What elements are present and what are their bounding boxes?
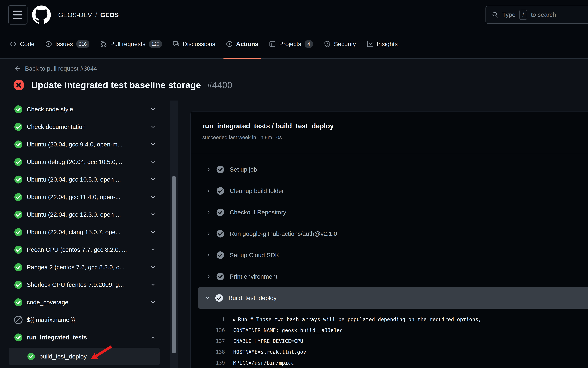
tab-projects[interactable]: Projects 4 (264, 30, 318, 58)
check-circle-fill-icon (14, 193, 23, 202)
tab-issues[interactable]: Issues 216 (40, 30, 95, 58)
step-set-up-cloud-sdk[interactable]: Set up Cloud SDK (191, 244, 588, 266)
tab-security[interactable]: Security (319, 30, 361, 58)
job-item-ubuntu-2204-gcc1140[interactable]: Ubuntu (22.04, gcc 11.4.0, open-... (9, 188, 160, 206)
job-item-check-code-style[interactable]: Check code style (9, 101, 160, 118)
log-line: 1 ▶Run # Those two bash arrays will be p… (191, 314, 588, 325)
check-circle-fill-icon (216, 272, 225, 281)
job-item-matrix-name-skipped[interactable]: ${{ matrix.name }} (9, 311, 160, 329)
search-input[interactable]: Type / to search (485, 6, 588, 24)
chevron-right-icon[interactable] (206, 274, 212, 280)
check-circle-fill-icon (14, 333, 23, 342)
github-logo-icon[interactable] (32, 6, 51, 24)
tab-label: Pull requests (110, 41, 145, 47)
tab-pull-requests[interactable]: Pull requests 120 (95, 30, 167, 58)
check-circle-fill-icon (215, 294, 223, 302)
job-item-ubuntu-debug-2004-gcc1050[interactable]: Ubuntu debug (20.04, gcc 10.5.0,... (9, 153, 160, 171)
job-item-ubuntu-2204-gcc1230[interactable]: Ubuntu (22.04, gcc 12.3.0, open-... (9, 206, 160, 223)
job-label: ${{ matrix.name }} (27, 316, 75, 323)
chevron-up-icon[interactable] (150, 334, 156, 341)
x-circle-fill-failure-icon (13, 79, 25, 91)
log-line-number[interactable]: 1 (191, 316, 225, 322)
sidebar-scrollbar-track[interactable] (170, 101, 178, 368)
log-line-number[interactable]: 138 (191, 349, 225, 355)
log-line: 137 ENABLE_HYPRE_DEVICE=CPU (191, 336, 588, 346)
chevron-down-icon[interactable] (150, 159, 156, 165)
check-circle-fill-icon (14, 298, 23, 307)
graph-icon (367, 41, 374, 47)
step-label: Checkout Repository (230, 209, 286, 216)
chevron-right-icon[interactable] (206, 188, 212, 194)
log-line-text: ▶Run # Those two bash arrays will be pop… (233, 316, 481, 322)
breadcrumb-repo-link[interactable]: GEOS (100, 11, 119, 18)
tab-actions[interactable]: Actions (221, 30, 264, 58)
step-label: Print environment (230, 273, 277, 280)
job-log-header: run_integrated_tests / build_test_deploy… (191, 112, 588, 154)
step-print-environment[interactable]: Print environment (191, 266, 588, 287)
chevron-down-icon[interactable] (150, 299, 156, 305)
job-label: Pangea 2 (centos 7.6, gcc 8.3.0, o... (27, 264, 125, 271)
step-cleanup-build-folder[interactable]: Cleanup build folder (191, 180, 588, 202)
step-build-test-deploy-expanded[interactable]: Build, test, deploy. (198, 287, 588, 309)
chevron-right-icon[interactable] (206, 166, 212, 173)
job-item-ubuntu-2204-clang1507[interactable]: Ubuntu (22.04, clang 15.0.7, ope... (9, 223, 160, 241)
chevron-down-icon[interactable] (150, 281, 156, 288)
log-line-text: ENABLE_HYPRE_DEVICE=CPU (233, 338, 303, 344)
step-run-google-github-actions-auth[interactable]: Run google-github-actions/auth@v2.1.0 (191, 223, 588, 244)
step-label: Build, test, deploy. (229, 294, 278, 302)
job-label: run_integrated_tests (27, 334, 87, 341)
job-item-ubuntu-2004-gcc940[interactable]: Ubuntu (20.04, gcc 9.4.0, open-m... (9, 136, 160, 153)
log-line-number[interactable]: 136 (191, 327, 225, 333)
check-circle-fill-icon (14, 105, 23, 114)
tab-discussions[interactable]: Discussions (167, 30, 221, 58)
arrow-left-icon (14, 65, 21, 72)
hamburger-menu-button[interactable] (8, 5, 27, 25)
top-nav: GEOS-DEV / GEOS Type / to search (0, 0, 588, 30)
check-circle-fill-icon (14, 210, 23, 219)
job-item-code-coverage[interactable]: code_coverage (9, 294, 160, 311)
chevron-right-icon[interactable] (206, 209, 212, 215)
chevron-down-icon[interactable] (150, 106, 156, 112)
tab-code[interactable]: Code (4, 30, 40, 58)
job-log-panel: run_integrated_tests / build_test_deploy… (190, 111, 588, 368)
job-item-ubuntu-2004-gcc1050[interactable]: Ubuntu (20.04, gcc 10.5.0, open-... (9, 171, 160, 188)
workflow-run-title: Update integrated test baseline storage (31, 80, 201, 90)
tab-insights[interactable]: Insights (361, 30, 403, 58)
job-item-check-documentation[interactable]: Check documentation (9, 118, 160, 136)
chevron-down-icon[interactable] (150, 211, 156, 218)
step-set-up-job[interactable]: Set up job (191, 159, 588, 180)
expand-group-triangle-icon[interactable]: ▶ (233, 317, 236, 322)
job-item-run-integrated-tests[interactable]: run_integrated_tests (9, 329, 160, 346)
log-output: 1 ▶Run # Those two bash arrays will be p… (191, 314, 588, 368)
chevron-down-icon[interactable] (150, 194, 156, 200)
chevron-down-icon[interactable] (150, 229, 156, 235)
back-to-pull-request-link[interactable]: Back to pull request #3044 (14, 65, 97, 72)
job-label: Ubuntu (20.04, gcc 9.4.0, open-m... (27, 141, 123, 148)
chevron-down-icon[interactable] (150, 176, 156, 183)
step-checkout-repository[interactable]: Checkout Repository (191, 202, 588, 223)
log-line-number[interactable]: 137 (191, 338, 225, 344)
chevron-right-icon[interactable] (206, 231, 212, 237)
search-placeholder-suffix: to search (531, 11, 556, 18)
log-line: 139 MPICC=/usr/bin/mpicc (191, 357, 588, 368)
tab-label: Actions (236, 41, 258, 47)
chevron-down-icon[interactable] (205, 295, 210, 301)
issues-count-badge: 216 (76, 40, 89, 48)
chevron-down-icon[interactable] (150, 264, 156, 270)
projects-table-icon (269, 41, 276, 47)
job-label: code_coverage (27, 299, 68, 306)
job-item-sherlock-cpu[interactable]: Sherlock CPU (centos 7.9.2009, g... (9, 276, 160, 294)
job-item-pangea-2[interactable]: Pangea 2 (centos 7.6, gcc 8.3.0, o... (9, 258, 160, 276)
job-item-pecan-cpu[interactable]: Pecan CPU (centos 7.7, gcc 8.2.0, ... (9, 241, 160, 258)
sidebar-scrollbar-thumb[interactable] (172, 176, 176, 353)
log-line-number[interactable]: 139 (191, 360, 225, 366)
job-item-build-test-deploy-selected[interactable]: build_test_deploy (9, 348, 160, 365)
chevron-right-icon[interactable] (206, 252, 212, 258)
job-list: Check code style Check documentation Ubu… (9, 101, 160, 346)
breadcrumb-owner-link[interactable]: GEOS-DEV (58, 11, 92, 18)
chevron-down-icon[interactable] (150, 141, 156, 148)
chevron-down-icon[interactable] (150, 124, 156, 130)
pull-requests-count-badge: 120 (149, 40, 162, 48)
chevron-down-icon[interactable] (150, 246, 156, 253)
discussions-icon (173, 41, 179, 47)
